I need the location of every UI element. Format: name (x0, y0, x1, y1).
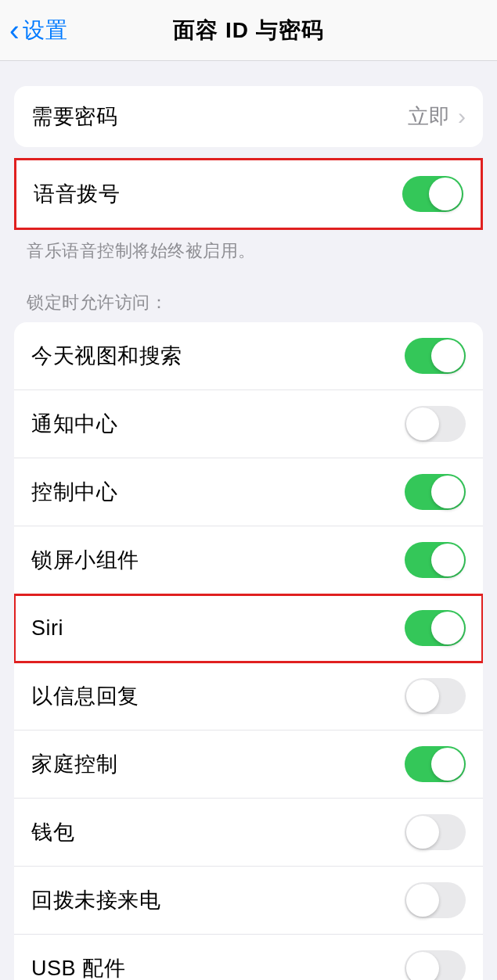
siri-label: Siri (31, 616, 63, 641)
toggle-knob (431, 612, 464, 644)
navigation-bar: ‹ 设置 面容 ID 与密码 (0, 0, 497, 61)
siri-row: Siri (14, 594, 483, 662)
usb-accessories-toggle[interactable] (405, 950, 466, 980)
allow-access-group: 今天视图和搜索 通知中心 控制中心 锁屏小组件 Siri 以信息回复 家庭控制 (14, 322, 483, 980)
back-label: 设置 (23, 16, 68, 45)
lock-screen-widgets-row: 锁屏小组件 (14, 526, 483, 594)
today-view-label: 今天视图和搜索 (31, 342, 182, 370)
today-view-row: 今天视图和搜索 (14, 322, 483, 390)
toggle-knob (406, 407, 439, 440)
toggle-knob (406, 816, 439, 849)
today-view-toggle[interactable] (405, 338, 466, 374)
notification-center-row: 通知中心 (14, 390, 483, 458)
wallet-row: 钱包 (14, 799, 483, 867)
toggle-knob (431, 339, 464, 372)
control-center-toggle[interactable] (405, 474, 466, 510)
home-control-row: 家庭控制 (14, 731, 483, 799)
chevron-left-icon: ‹ (9, 16, 20, 45)
allow-access-header: 锁定时允许访问： (27, 291, 470, 314)
require-passcode-row[interactable]: 需要密码 立即 › (14, 86, 483, 147)
home-control-toggle[interactable] (405, 746, 466, 782)
lock-screen-widgets-toggle[interactable] (405, 542, 466, 578)
usb-accessories-row: USB 配件 (14, 935, 483, 980)
control-center-row: 控制中心 (14, 458, 483, 526)
reply-message-row: 以信息回复 (14, 662, 483, 731)
voice-dial-toggle[interactable] (402, 176, 463, 212)
siri-toggle[interactable] (405, 610, 466, 646)
toggle-knob (406, 952, 439, 980)
voice-dial-footer: 音乐语音控制将始终被启用。 (27, 239, 470, 263)
return-missed-call-label: 回拨未接来电 (31, 886, 160, 914)
control-center-label: 控制中心 (31, 478, 117, 506)
require-passcode-value: 立即 (408, 102, 450, 131)
back-button[interactable]: ‹ 设置 (9, 16, 68, 45)
voice-dial-group: 语音拨号 (14, 158, 483, 230)
notification-center-toggle[interactable] (405, 406, 466, 442)
return-missed-call-toggle[interactable] (405, 882, 466, 918)
return-missed-call-row: 回拨未接来电 (14, 867, 483, 935)
wallet-toggle[interactable] (405, 814, 466, 850)
reply-message-label: 以信息回复 (31, 682, 139, 710)
toggle-knob (431, 748, 464, 781)
home-control-label: 家庭控制 (31, 750, 117, 778)
usb-accessories-label: USB 配件 (31, 954, 125, 980)
toggle-knob (406, 884, 439, 917)
toggle-knob (429, 178, 462, 210)
notification-center-label: 通知中心 (31, 410, 117, 438)
require-passcode-label: 需要密码 (31, 102, 117, 131)
page-title: 面容 ID 与密码 (173, 16, 324, 45)
toggle-knob (431, 544, 464, 576)
lock-screen-widgets-label: 锁屏小组件 (31, 546, 139, 574)
reply-message-toggle[interactable] (405, 678, 466, 714)
toggle-knob (406, 680, 439, 713)
voice-dial-row: 语音拨号 (16, 160, 481, 228)
require-passcode-group: 需要密码 立即 › (14, 86, 483, 147)
wallet-label: 钱包 (31, 818, 74, 846)
voice-dial-label: 语音拨号 (34, 180, 120, 208)
toggle-knob (431, 476, 464, 508)
chevron-right-icon: › (458, 105, 466, 128)
